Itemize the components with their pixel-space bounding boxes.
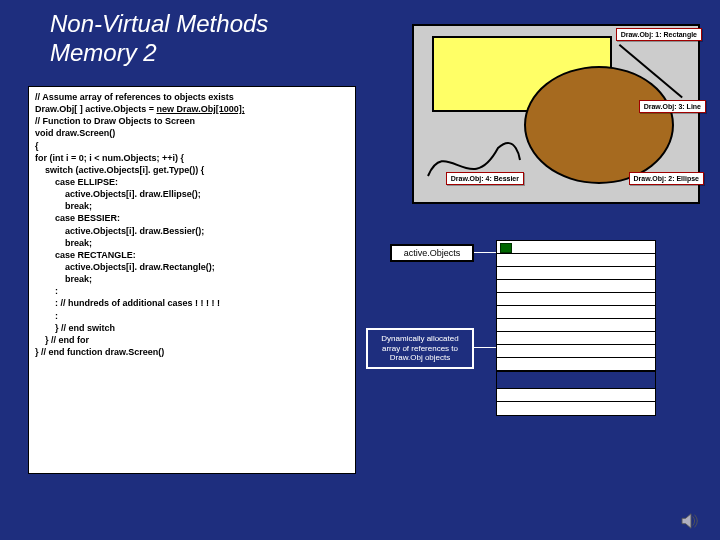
label-bessier: Draw.Obj: 4: Bessier <box>446 172 524 185</box>
code-line: switch (active.Objects[i]. get.Type()) { <box>35 164 349 176</box>
connector-line <box>474 252 496 253</box>
array-ellipsis <box>497 371 655 389</box>
array-cell <box>497 402 655 415</box>
code-line: void draw.Screen() <box>35 127 349 139</box>
code-line: : <box>35 310 349 322</box>
svg-marker-0 <box>682 514 691 528</box>
shape-ellipse <box>524 66 674 184</box>
code-line: case ELLIPSE: <box>35 176 349 188</box>
array-cell <box>497 358 655 371</box>
code-line: break; <box>35 200 349 212</box>
code-line: active.Objects[i]. draw.Bessier(); <box>35 225 349 237</box>
code-line: } // end switch <box>35 322 349 334</box>
code-listing: // Assume array of references to objects… <box>28 86 356 474</box>
sound-icon[interactable] <box>680 512 702 530</box>
code-line: // Assume array of references to objects… <box>35 91 349 103</box>
dynamic-array-caption: Dynamically allocated array of reference… <box>366 328 474 369</box>
code-line: } // end for <box>35 334 349 346</box>
label-ellipse: Draw.Obj: 2: Ellipse <box>629 172 704 185</box>
code-line: break; <box>35 237 349 249</box>
array-cell <box>497 267 655 280</box>
array-cell <box>497 254 655 267</box>
code-line: active.Objects[i]. draw.Ellipse(); <box>35 188 349 200</box>
title-line-1: Non-Virtual Methods <box>50 10 268 37</box>
array-cell <box>497 306 655 319</box>
code-line: break; <box>35 273 349 285</box>
code-line: case RECTANGLE: <box>35 249 349 261</box>
array-cell <box>497 345 655 358</box>
array-cell <box>497 293 655 306</box>
label-rectangle: Draw.Obj: 1: Rectangle <box>616 28 702 41</box>
label-line: Draw.Obj: 3: Line <box>639 100 706 113</box>
array-cell <box>497 280 655 293</box>
code-line: case BESSIER: <box>35 212 349 224</box>
array-cell <box>497 389 655 402</box>
array-cell <box>497 241 655 254</box>
connector-line <box>474 347 496 348</box>
code-line: // Function to Draw Objects to Screen <box>35 115 349 127</box>
reference-array <box>496 240 656 416</box>
code-line: active.Objects[i]. draw.Rectangle(); <box>35 261 349 273</box>
code-line: : // hundreds of additional cases ! ! ! … <box>35 297 349 309</box>
code-line: { <box>35 140 349 152</box>
code-line: Draw.Obj[ ] active.Objects = new Draw.Ob… <box>35 103 349 115</box>
code-line: } // end function draw.Screen() <box>35 346 349 358</box>
array-cell <box>497 332 655 345</box>
active-objects-label: active.Objects <box>390 244 474 262</box>
code-line: : <box>35 285 349 297</box>
array-cell <box>497 319 655 332</box>
title-line-2: Memory 2 <box>50 39 157 66</box>
code-line: for (int i = 0; i < num.Objects; ++i) { <box>35 152 349 164</box>
